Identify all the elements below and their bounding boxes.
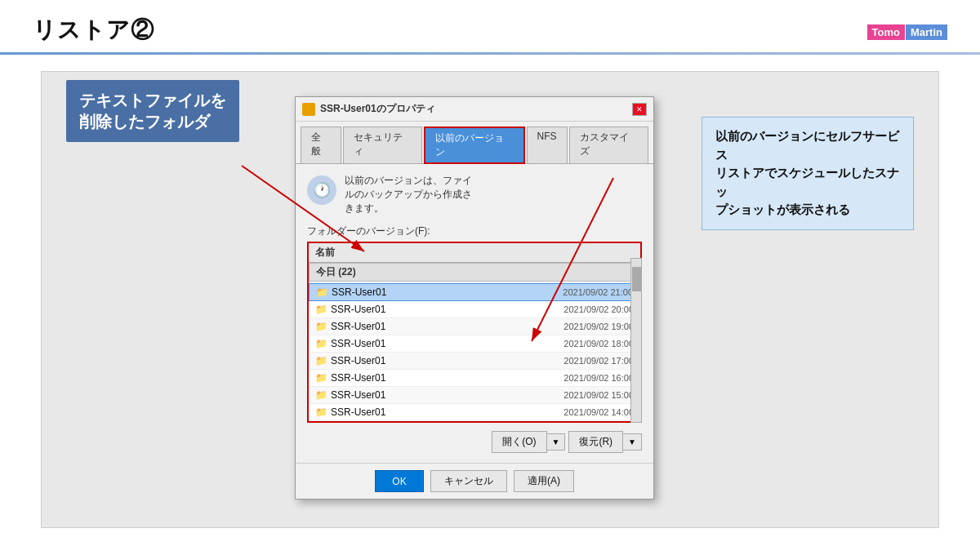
page-header: リストア② TomoMartin <box>0 0 980 52</box>
restore-split-button[interactable]: ▼ <box>623 433 642 451</box>
main-area: テキストファイルを削除したフォルダ ▪ 📄 ▪ demo-share02 ─ □… <box>0 63 980 536</box>
logo-martin-box: Martin <box>906 24 947 40</box>
action-buttons: 開く(O) ▼ 復元(R) ▼ <box>307 431 642 453</box>
version-row-0[interactable]: 📁 SSR-User01 2021/09/02 21:00 <box>309 283 640 301</box>
version-row-5[interactable]: 📁 SSR-User01 2021/09/02 16:00 <box>309 370 640 387</box>
logo: TomoMartin <box>867 20 947 41</box>
cancel-button[interactable]: キャンセル <box>430 470 507 492</box>
version-row-7[interactable]: 📁 SSR-User01 2021/09/02 14:00 <box>309 404 640 421</box>
header-divider <box>0 52 980 55</box>
dialog-section-header: 今日 (22) <box>309 263 640 282</box>
open-button[interactable]: 開く(O) <box>492 431 546 453</box>
dialog-win-controls: ✕ <box>632 103 647 116</box>
dialog-bottom-buttons: OK キャンセル 適用(A) <box>296 463 653 499</box>
dialog-tabs: 全般 セキュリティ 以前のバージョン NFS カスタマイズ <box>296 122 653 164</box>
folder-versions-label: フォルダーのバージョン(F): <box>307 224 642 238</box>
callout-box: テキストファイルを削除したフォルダ <box>66 80 239 142</box>
dialog-table: 名前 今日 (22) 📁 SSR-User01 2021/09/02 21:00… <box>307 242 642 423</box>
restore-button-group: 復元(R) ▼ <box>568 431 642 453</box>
annotation-text: 以前のバージョンにセルフサービスリストアでスケジュールしたスナップショットが表示… <box>715 129 899 216</box>
ok-button[interactable]: OK <box>375 470 424 492</box>
logo-tomo-box: Tomo <box>867 24 905 40</box>
apply-button[interactable]: 適用(A) <box>514 470 574 492</box>
dialog-info-text: 以前のバージョンは、ファイルのバックアップから作成さきます。 <box>345 174 472 215</box>
version-row-4[interactable]: 📁 SSR-User01 2021/09/02 17:00 <box>309 353 640 370</box>
version-row-1[interactable]: 📁 SSR-User01 2021/09/02 20:00 <box>309 301 640 318</box>
dialog-info-row: 🕐 以前のバージョンは、ファイルのバックアップから作成さきます。 <box>307 174 642 215</box>
callout-text: テキストファイルを削除したフォルダ <box>79 91 226 131</box>
version-row-6[interactable]: 📁 SSR-User01 2021/09/02 15:00 <box>309 387 640 404</box>
dialog-scrollbar[interactable] <box>630 258 642 423</box>
dialog-titlebar: SSR-User01のプロパティ ✕ <box>296 97 653 122</box>
page-title: リストア② <box>33 15 154 46</box>
annotation-callout: 以前のバージョンにセルフサービスリストアでスケジュールしたスナップショットが表示… <box>702 117 914 230</box>
dialog-table-header: 名前 <box>309 243 640 263</box>
version-row-2[interactable]: 📁 SSR-User01 2021/09/02 19:00 <box>309 318 640 335</box>
tab-previous-versions[interactable]: 以前のバージョン <box>424 127 524 164</box>
tab-customize[interactable]: カスタマイズ <box>569 127 648 163</box>
version-row-3[interactable]: 📁 SSR-User01 2021/09/02 18:00 <box>309 335 640 353</box>
dialog-title-text: SSR-User01のプロパティ <box>320 102 627 116</box>
open-split-button[interactable]: ▼ <box>547 433 566 451</box>
tab-security[interactable]: セキュリティ <box>343 127 422 163</box>
dialog-table-wrapper: 名前 今日 (22) 📁 SSR-User01 2021/09/02 21:00… <box>307 242 642 423</box>
properties-dialog: SSR-User01のプロパティ ✕ 全般 セキュリティ 以前のバージョン NF… <box>295 96 654 500</box>
tab-general[interactable]: 全般 <box>301 127 341 163</box>
dialog-body: 🕐 以前のバージョンは、ファイルのバックアップから作成さきます。 フォルダーのバ… <box>296 164 653 463</box>
open-button-group: 開く(O) ▼ <box>492 431 565 453</box>
dialog-title-icon <box>302 103 315 116</box>
scrollbar-thumb <box>632 267 642 291</box>
time-icon: 🕐 <box>307 175 336 205</box>
dialog-close-button[interactable]: ✕ <box>632 103 647 116</box>
restore-button[interactable]: 復元(R) <box>568 431 623 453</box>
screenshot-container: テキストファイルを削除したフォルダ ▪ 📄 ▪ demo-share02 ─ □… <box>41 71 939 528</box>
dialog-table-body: 📁 SSR-User01 2021/09/02 21:00 📁 SSR-User… <box>309 283 640 421</box>
tab-nfs[interactable]: NFS <box>527 127 568 163</box>
